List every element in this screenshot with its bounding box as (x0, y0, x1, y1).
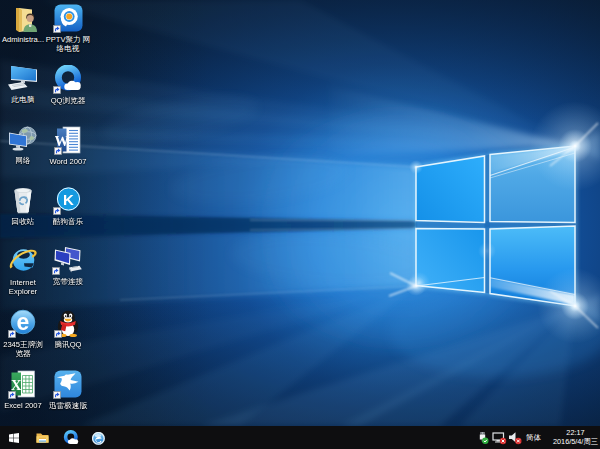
svg-text:e: e (17, 309, 30, 335)
svg-text:K: K (63, 191, 74, 208)
